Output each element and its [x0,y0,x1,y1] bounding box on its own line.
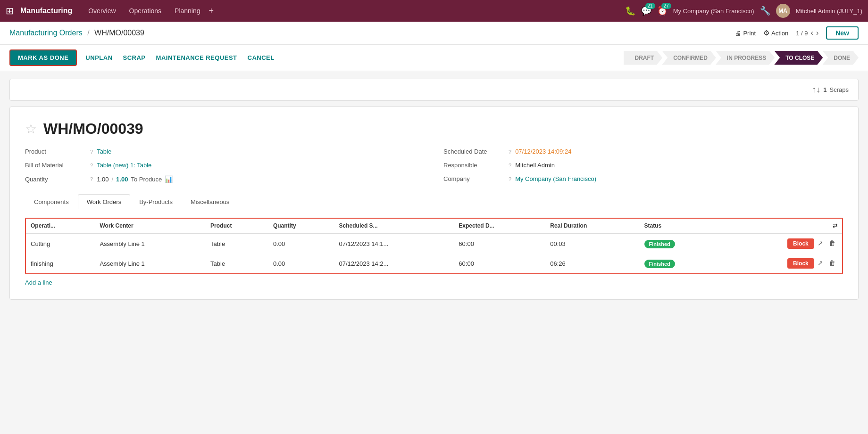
quantity-target[interactable]: 1.00 [116,176,128,183]
company-name: My Company (San Francisco) [673,8,754,15]
action-button[interactable]: ⚙ Action [763,29,788,37]
col-operation: Operati... [26,219,95,233]
row1-scheduled-start: 07/12/2023 14:1... [334,233,454,254]
field-scheduled-date: Scheduled Date ? 07/12/2023 14:09:24 [443,148,843,155]
new-button[interactable]: New [826,26,859,40]
row2-quantity: 0.00 [268,254,334,273]
page-header: Manufacturing Orders / WH/MO/00039 🖨 Pri… [0,22,868,45]
pager-prev-button[interactable]: ‹ [811,29,813,37]
scheduled-date-value[interactable]: 07/12/2023 14:09:24 [515,148,571,155]
status-bar: DRAFT CONFIRMED IN PROGRESS TO CLOSE DON… [624,51,859,65]
scraps-count: 1 [823,86,826,93]
add-line-button[interactable]: Add a line [25,279,52,286]
product-label: Product [25,148,86,155]
breadcrumb-separator: / [87,29,89,37]
quantity-row: 1.00 / 1.00 To Produce 📊 [97,175,173,183]
status-in-progress[interactable]: IN PROGRESS [716,51,775,65]
settings-icon[interactable]: 🔧 [760,6,770,16]
action-bar: MARK AS DONE UNPLAN SCRAP MAINTENANCE RE… [0,45,868,71]
chat-icon[interactable]: 💬 21 [641,6,651,16]
row1-product: Table [206,233,268,254]
tabs: Components Work Orders By-Products Misce… [25,194,843,209]
external-link-icon-row1[interactable]: ↗ [816,238,825,248]
table-header-row: Operati... Work Center Product Quantity … [26,219,842,233]
bug-icon[interactable]: 🐛 [625,6,635,16]
company-help-icon: ? [509,176,511,182]
tab-components[interactable]: Components [25,194,78,209]
row2-scheduled-start: 07/12/2023 14:2... [334,254,454,273]
activity-icon[interactable]: ⏰ 27 [657,6,668,16]
maintenance-request-button[interactable]: MAINTENANCE REQUEST [154,51,239,64]
favorite-icon[interactable]: ☆ [25,121,37,137]
field-company: Company ? My Company (San Francisco) [443,175,843,183]
row1-actions: Block ↗ 🗑 [721,233,842,254]
forecast-chart-icon[interactable]: 📊 [165,175,173,183]
block-button-row1[interactable]: Block [787,238,814,249]
scrap-button[interactable]: SCRAP [121,51,148,64]
responsible-value: Mitchell Admin [515,162,555,169]
mark-as-done-button[interactable]: MARK AS DONE [9,49,77,66]
avatar[interactable]: MA [776,4,790,18]
status-to-close[interactable]: TO CLOSE [774,51,823,65]
responsible-help-icon: ? [509,163,511,168]
user-name[interactable]: Mitchell Admin (JULY_1) [796,8,862,15]
quantity-help-icon: ? [90,176,93,182]
nav-operations[interactable]: Operations [125,7,166,15]
delete-icon-row1[interactable]: 🗑 [827,238,837,248]
external-link-icon-row2[interactable]: ↗ [816,258,825,268]
col-status: Status [640,219,721,233]
row2-expected-duration: 60:00 [454,254,545,273]
top-nav-right: 🐛 💬 21 ⏰ 27 My Company (San Francisco) 🔧… [625,4,862,18]
quantity-value[interactable]: 1.00 [97,176,108,183]
breadcrumb-current: WH/MO/00039 [94,29,144,37]
company-value[interactable]: My Company (San Francisco) [515,175,596,182]
scraps-widget: ↑↓ 1 Scraps [9,79,859,101]
table-row: Cutting Assembly Line 1 Table 0.00 07/12… [26,233,842,254]
tab-work-orders[interactable]: Work Orders [78,194,130,209]
bom-help-icon: ? [90,163,93,168]
bom-value[interactable]: Table (new) 1: Table [97,162,151,169]
delete-icon-row2[interactable]: 🗑 [827,258,837,268]
pager: 1 / 9 ‹ › [796,29,818,37]
action-bar-left: MARK AS DONE UNPLAN SCRAP MAINTENANCE RE… [9,49,276,66]
col-work-center: Work Center [95,219,206,233]
pager-next-button[interactable]: › [816,29,818,37]
field-product: Product ? Table [25,148,425,155]
status-confirmed[interactable]: CONFIRMED [662,51,716,65]
record-title: WH/MO/00039 [43,120,143,138]
field-responsible: Responsible ? Mitchell Admin [443,162,843,169]
scraps-inner[interactable]: ↑↓ 1 Scraps [812,85,849,95]
nav-add-icon[interactable]: + [209,6,214,16]
cancel-button[interactable]: CANCEL [246,51,276,64]
row2-work-center: Assembly Line 1 [95,254,206,273]
row2-actions: Block ↗ 🗑 [721,254,842,273]
page-header-right: 🖨 Print ⚙ Action 1 / 9 ‹ › New [735,26,859,40]
app-grid-icon[interactable]: ⊞ [6,5,14,16]
field-quantity: Quantity ? 1.00 / 1.00 To Produce 📊 [25,175,425,183]
nav-overview[interactable]: Overview [83,7,120,15]
responsible-label: Responsible [443,162,505,169]
col-product: Product [206,219,268,233]
status-badge-finished-2: Finished [644,260,675,268]
breadcrumb-parent[interactable]: Manufacturing Orders [9,29,83,37]
row2-real-duration: 06:26 [545,254,639,273]
product-value[interactable]: Table [97,148,111,155]
row1-status: Finished [640,233,721,254]
quantity-produce-label: To Produce [131,176,162,183]
row1-operation: Cutting [26,233,95,254]
unplan-button[interactable]: UNPLAN [83,51,114,64]
status-draft[interactable]: DRAFT [624,51,663,65]
tab-by-products[interactable]: By-Products [130,194,182,209]
activity-badge: 27 [661,3,671,9]
tab-miscellaneous[interactable]: Miscellaneous [182,194,238,209]
row2-status: Finished [640,254,721,273]
block-button-row2[interactable]: Block [787,258,814,269]
bom-label: Bill of Material [25,162,86,169]
quantity-label: Quantity [25,176,86,183]
work-orders-table: Operati... Work Center Product Quantity … [26,219,842,273]
status-done[interactable]: DONE [822,51,859,65]
gear-icon: ⚙ [763,29,769,37]
print-button[interactable]: 🖨 Print [735,30,756,37]
nav-planning[interactable]: Planning [170,7,205,15]
row2-operation: finishing [26,254,95,273]
